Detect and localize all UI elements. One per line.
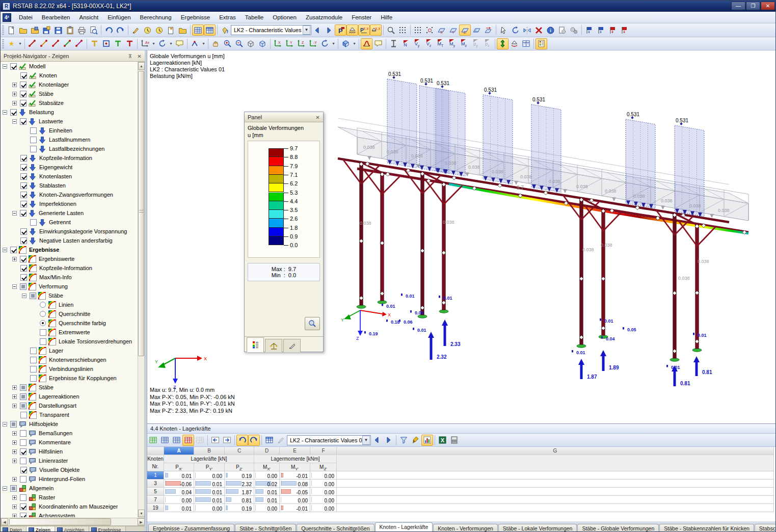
tree-item-kopfzeile-information[interactable]: Kopfzeile-Information [1, 263, 138, 273]
cell-node3-2[interactable]: 2.32 [225, 480, 254, 488]
expand-icon[interactable] [12, 514, 17, 518]
open-project[interactable] [29, 24, 41, 36]
checkbox-checked[interactable] [20, 448, 26, 455]
cell-node1-4[interactable]: -0.01 [280, 471, 310, 480]
tree-item-hilfslinien[interactable]: Hilfslinien [1, 447, 138, 456]
table-insert[interactable] [159, 435, 171, 446]
view-z[interactable]: Z [296, 38, 307, 49]
expand-icon[interactable] [12, 257, 17, 261]
cell-node3-3[interactable]: 0.02 [254, 480, 280, 488]
tree-item-lokale-torsionsverdrehungen[interactable]: Lokale Torsionsverdrehungen [1, 337, 138, 346]
cell-node5-5[interactable]: 0.00 [310, 488, 337, 496]
show-table-grid[interactable] [204, 24, 216, 36]
tree-item-einheiten[interactable]: Einheiten [1, 126, 138, 135]
show-deformation[interactable] [497, 38, 509, 49]
tree-item-knotenverschiebungen[interactable]: Knotenverschiebungen [1, 355, 138, 364]
expand-icon[interactable] [12, 459, 17, 463]
checkbox-checked[interactable] [20, 237, 27, 244]
column-header-E[interactable]: E [280, 447, 310, 455]
table-loadcase-select[interactable]: LK2 - Characteristic Values 01▼ [287, 435, 371, 445]
plane-grid[interactable] [471, 24, 483, 36]
table-tab-st-be-stabkennzahlen-f-r-knicken[interactable]: Stäbe - Stabkennzahlen für Knicken [659, 524, 754, 532]
tree-item-st-be[interactable]: Stäbe [1, 291, 138, 300]
checkbox-checked[interactable] [20, 82, 26, 88]
show-load-values[interactable]: PX.XX [358, 24, 370, 36]
module-favorites-4[interactable] [619, 24, 630, 36]
cell-node1-2[interactable]: 0.19 [225, 471, 254, 480]
checkbox-unchecked[interactable] [20, 439, 26, 446]
tree-item-ergebnisse[interactable]: Ergebnisse [1, 245, 138, 254]
tree-scrollbar[interactable]: ▲ ▼ [138, 62, 145, 517]
collapse-icon[interactable] [3, 110, 7, 115]
cell-node7-0[interactable]: 0.00 [164, 496, 194, 504]
tab-factors[interactable] [265, 339, 282, 352]
checkbox-checked[interactable] [20, 274, 27, 281]
column-header-D[interactable]: D [254, 447, 280, 455]
checkbox-checked[interactable] [10, 109, 17, 116]
checkbox-unchecked[interactable] [20, 458, 26, 464]
title-bar[interactable]: R RSTAB 8.22.02 x64 - [5319-00XX-01, LK2… [1, 1, 776, 12]
tree-item-generierte-lasten[interactable]: Generierte Lasten [1, 208, 138, 218]
new-hinge[interactable] [100, 38, 112, 49]
expand-icon[interactable] [12, 404, 17, 408]
result-button-vz[interactable]: Vz [423, 38, 435, 49]
tree-item-transparent[interactable]: Transparent [1, 410, 138, 419]
tree-item-einwirkungskategorie-vorspannung[interactable]: Einwirkungskategorie Vorspannung [1, 227, 138, 236]
result-table[interactable]: ABCDEFGKnotenNr.Lagerkräfte [kN]Lagermom… [147, 447, 776, 521]
close-button[interactable]: ✕ [761, 2, 775, 10]
cell-node7-2[interactable]: 0.81 [225, 496, 254, 504]
loadcase-icon[interactable] [219, 24, 231, 36]
collapse-icon[interactable] [3, 486, 7, 491]
checkbox-checked[interactable] [20, 91, 26, 97]
new-node[interactable]: ★ [6, 38, 17, 49]
table-next-loadcase[interactable] [383, 435, 394, 446]
tree-item-max-min-info[interactable]: Max/Min-Info [1, 273, 138, 282]
checkbox-checked[interactable] [20, 228, 27, 235]
menu-fenster[interactable]: Fenster [347, 13, 376, 22]
checkbox-unchecked[interactable] [30, 357, 37, 363]
tree-item-verbindungslinien[interactable]: Verbindungslinien [1, 364, 138, 374]
save[interactable] [52, 24, 64, 36]
view-y[interactable]: Y [284, 38, 296, 49]
tree-item-hilfsobjekte[interactable]: Hilfsobjekte [1, 419, 138, 429]
checkbox-unchecked[interactable] [20, 412, 27, 418]
cell-node5-0[interactable]: 0.04 [164, 488, 194, 496]
zoom-window[interactable] [245, 38, 257, 49]
mirror[interactable] [521, 24, 533, 36]
checkbox-unchecked[interactable] [30, 348, 37, 354]
tree-item-stablasten[interactable]: Stablasten [1, 181, 138, 190]
cell-node19-2[interactable]: 0.19 [225, 504, 254, 512]
checkbox-unchecked[interactable] [30, 137, 37, 143]
menu-hilfe[interactable]: Hilfe [376, 13, 397, 22]
collapse-icon[interactable] [12, 284, 17, 289]
tree-item-knoten[interactable]: Knoten [1, 71, 138, 80]
tree-item-st-be[interactable]: Stäbe [1, 383, 138, 392]
expand-icon[interactable] [12, 504, 17, 509]
cell-node19-1[interactable]: 0.00 [194, 504, 225, 512]
tree-item-getrennt[interactable]: Getrennt [1, 218, 138, 227]
print[interactable] [76, 24, 88, 36]
zoom-in[interactable] [222, 38, 233, 49]
column-header-F[interactable]: F [310, 447, 337, 455]
result-button-n[interactable]: N [399, 38, 411, 49]
member-tool-3[interactable] [50, 38, 62, 49]
new-comment[interactable] [174, 38, 185, 49]
dimension-angle[interactable] [156, 38, 168, 49]
checkbox-checked[interactable] [20, 210, 26, 217]
tree-item-linienraster[interactable]: Linienraster [1, 456, 138, 465]
tree-item-lastwerte[interactable]: Lastwerte [1, 117, 138, 126]
table-active-cells[interactable] [182, 435, 194, 446]
expand-icon[interactable] [12, 440, 17, 445]
result-button-pz[interactable]: pz [481, 38, 493, 49]
tree-item-stabs-tze[interactable]: Stabsätze [1, 98, 138, 108]
tree-item-belastung[interactable]: Belastung [1, 108, 138, 117]
tree-item-visuelle-objekte[interactable]: Visuelle Objekte [1, 465, 138, 474]
units-settings[interactable] [556, 24, 568, 36]
table-tab-ergebnisse-zusammenfassung[interactable]: Ergebnisse - Zusammenfassung [148, 524, 234, 532]
cell-node1-1[interactable]: 0.00 [194, 471, 225, 480]
print-preview[interactable] [88, 24, 99, 36]
dropdown-caret[interactable]: ▾ [331, 38, 336, 49]
view-minus-y[interactable]: -Y [307, 38, 319, 49]
pan-tool[interactable] [210, 38, 222, 49]
print-comment[interactable] [372, 38, 384, 49]
